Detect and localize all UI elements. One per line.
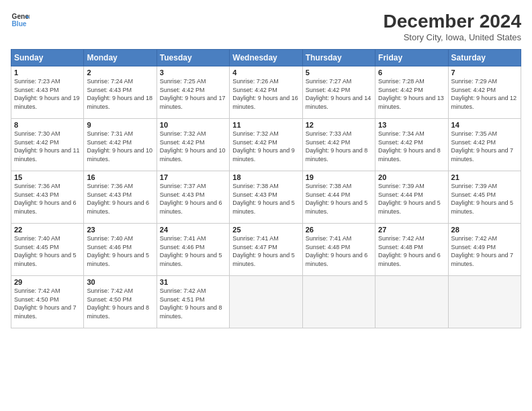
- day-number: 18: [232, 173, 299, 181]
- day-info: Sunrise: 7:32 AMSunset: 4:42 PMDaylight:…: [232, 130, 299, 163]
- day-info: Sunrise: 7:38 AMSunset: 4:43 PMDaylight:…: [232, 182, 299, 216]
- day-number: 16: [87, 173, 153, 181]
- day-number: 9: [87, 121, 153, 129]
- day-info: Sunrise: 7:31 AMSunset: 4:42 PMDaylight:…: [87, 130, 153, 163]
- day-info: Sunrise: 7:40 AMSunset: 4:45 PMDaylight:…: [14, 234, 81, 268]
- table-row: 27Sunrise: 7:42 AMSunset: 4:48 PMDayligh…: [375, 224, 448, 276]
- day-number: 27: [378, 226, 445, 234]
- calendar-table: Sunday Monday Tuesday Wednesday Thursday…: [11, 49, 521, 328]
- table-row: [302, 276, 375, 328]
- day-number: 2: [87, 68, 153, 77]
- day-info: Sunrise: 7:36 AMSunset: 4:43 PMDaylight:…: [87, 182, 153, 216]
- table-row: 2Sunrise: 7:24 AMSunset: 4:43 PMDaylight…: [84, 66, 157, 119]
- day-number: 17: [160, 173, 226, 181]
- day-info: Sunrise: 7:41 AMSunset: 4:47 PMDaylight:…: [232, 234, 299, 268]
- table-row: 29Sunrise: 7:42 AMSunset: 4:50 PMDayligh…: [11, 276, 84, 328]
- table-row: 5Sunrise: 7:27 AMSunset: 4:42 PMDaylight…: [302, 66, 375, 119]
- day-info: Sunrise: 7:39 AMSunset: 4:44 PMDaylight:…: [378, 182, 445, 216]
- header: General Blue December 2024 Story City, I…: [11, 11, 521, 42]
- day-number: 4: [232, 68, 299, 77]
- day-info: Sunrise: 7:33 AMSunset: 4:42 PMDaylight:…: [306, 130, 372, 163]
- day-info: Sunrise: 7:28 AMSunset: 4:42 PMDaylight:…: [378, 77, 445, 111]
- day-info: Sunrise: 7:42 AMSunset: 4:50 PMDaylight:…: [14, 287, 81, 320]
- day-number: 22: [14, 226, 81, 234]
- day-info: Sunrise: 7:35 AMSunset: 4:42 PMDaylight:…: [451, 130, 518, 163]
- day-number: 15: [14, 173, 81, 181]
- svg-text:Blue: Blue: [12, 20, 27, 28]
- table-row: 13Sunrise: 7:34 AMSunset: 4:42 PMDayligh…: [375, 119, 448, 171]
- calendar-week-4: 22Sunrise: 7:40 AMSunset: 4:45 PMDayligh…: [11, 224, 521, 276]
- table-row: [375, 276, 448, 328]
- day-number: 26: [306, 226, 372, 234]
- month-title: December 2024: [384, 11, 521, 32]
- logo: General Blue: [11, 11, 30, 30]
- table-row: 11Sunrise: 7:32 AMSunset: 4:42 PMDayligh…: [230, 119, 302, 171]
- day-number: 14: [451, 121, 518, 129]
- day-number: 29: [14, 278, 81, 286]
- table-row: 18Sunrise: 7:38 AMSunset: 4:43 PMDayligh…: [230, 171, 302, 224]
- day-number: 19: [306, 173, 372, 181]
- day-info: Sunrise: 7:42 AMSunset: 4:51 PMDaylight:…: [160, 287, 226, 320]
- calendar-week-2: 8Sunrise: 7:30 AMSunset: 4:42 PMDaylight…: [11, 119, 521, 171]
- day-number: 21: [451, 173, 518, 181]
- table-row: 19Sunrise: 7:38 AMSunset: 4:44 PMDayligh…: [302, 171, 375, 224]
- table-row: 23Sunrise: 7:40 AMSunset: 4:46 PMDayligh…: [84, 224, 157, 276]
- day-info: Sunrise: 7:42 AMSunset: 4:48 PMDaylight:…: [378, 234, 445, 268]
- col-sunday: Sunday: [11, 50, 84, 66]
- day-info: Sunrise: 7:41 AMSunset: 4:46 PMDaylight:…: [160, 234, 226, 268]
- table-row: 7Sunrise: 7:29 AMSunset: 4:42 PMDaylight…: [448, 66, 521, 119]
- day-info: Sunrise: 7:27 AMSunset: 4:42 PMDaylight:…: [306, 77, 372, 111]
- logo-icon: General Blue: [11, 11, 30, 30]
- day-number: 13: [378, 121, 445, 129]
- table-row: 4Sunrise: 7:26 AMSunset: 4:42 PMDaylight…: [230, 66, 302, 119]
- calendar-week-5: 29Sunrise: 7:42 AMSunset: 4:50 PMDayligh…: [11, 276, 521, 328]
- table-row: 6Sunrise: 7:28 AMSunset: 4:42 PMDaylight…: [375, 66, 448, 119]
- col-monday: Monday: [84, 50, 157, 66]
- page: General Blue December 2024 Story City, I…: [0, 0, 532, 411]
- day-info: Sunrise: 7:23 AMSunset: 4:43 PMDaylight:…: [14, 77, 81, 111]
- table-row: 15Sunrise: 7:36 AMSunset: 4:43 PMDayligh…: [11, 171, 84, 224]
- day-info: Sunrise: 7:40 AMSunset: 4:46 PMDaylight:…: [87, 234, 153, 268]
- calendar-week-3: 15Sunrise: 7:36 AMSunset: 4:43 PMDayligh…: [11, 171, 521, 224]
- calendar-body: 1Sunrise: 7:23 AMSunset: 4:43 PMDaylight…: [11, 66, 521, 328]
- calendar-header-row: Sunday Monday Tuesday Wednesday Thursday…: [11, 50, 521, 66]
- table-row: 8Sunrise: 7:30 AMSunset: 4:42 PMDaylight…: [11, 119, 84, 171]
- day-number: 10: [160, 121, 226, 129]
- location: Story City, Iowa, United States: [384, 32, 521, 42]
- day-number: 3: [160, 68, 226, 77]
- table-row: 16Sunrise: 7:36 AMSunset: 4:43 PMDayligh…: [84, 171, 157, 224]
- table-row: 25Sunrise: 7:41 AMSunset: 4:47 PMDayligh…: [230, 224, 302, 276]
- day-info: Sunrise: 7:30 AMSunset: 4:42 PMDaylight:…: [14, 130, 81, 163]
- day-info: Sunrise: 7:32 AMSunset: 4:42 PMDaylight:…: [160, 130, 226, 163]
- day-number: 30: [87, 278, 153, 286]
- table-row: [448, 276, 521, 328]
- day-info: Sunrise: 7:26 AMSunset: 4:42 PMDaylight:…: [232, 77, 299, 111]
- day-info: Sunrise: 7:29 AMSunset: 4:42 PMDaylight:…: [451, 77, 518, 111]
- day-info: Sunrise: 7:37 AMSunset: 4:43 PMDaylight:…: [160, 182, 226, 216]
- table-row: 21Sunrise: 7:39 AMSunset: 4:45 PMDayligh…: [448, 171, 521, 224]
- title-block: December 2024 Story City, Iowa, United S…: [384, 11, 521, 42]
- day-number: 8: [14, 121, 81, 129]
- table-row: 28Sunrise: 7:42 AMSunset: 4:49 PMDayligh…: [448, 224, 521, 276]
- table-row: 12Sunrise: 7:33 AMSunset: 4:42 PMDayligh…: [302, 119, 375, 171]
- day-number: 5: [306, 68, 372, 77]
- col-tuesday: Tuesday: [157, 50, 229, 66]
- col-saturday: Saturday: [448, 50, 521, 66]
- day-info: Sunrise: 7:39 AMSunset: 4:45 PMDaylight:…: [451, 182, 518, 216]
- calendar-week-1: 1Sunrise: 7:23 AMSunset: 4:43 PMDaylight…: [11, 66, 521, 119]
- day-number: 23: [87, 226, 153, 234]
- day-number: 20: [378, 173, 445, 181]
- day-number: 1: [14, 68, 81, 77]
- table-row: 30Sunrise: 7:42 AMSunset: 4:50 PMDayligh…: [84, 276, 157, 328]
- day-number: 28: [451, 226, 518, 234]
- table-row: 31Sunrise: 7:42 AMSunset: 4:51 PMDayligh…: [157, 276, 229, 328]
- day-number: 12: [306, 121, 372, 129]
- table-row: 26Sunrise: 7:41 AMSunset: 4:48 PMDayligh…: [302, 224, 375, 276]
- col-friday: Friday: [375, 50, 448, 66]
- day-number: 6: [378, 68, 445, 77]
- table-row: 10Sunrise: 7:32 AMSunset: 4:42 PMDayligh…: [157, 119, 229, 171]
- day-info: Sunrise: 7:38 AMSunset: 4:44 PMDaylight:…: [306, 182, 372, 216]
- table-row: 1Sunrise: 7:23 AMSunset: 4:43 PMDaylight…: [11, 66, 84, 119]
- day-number: 25: [232, 226, 299, 234]
- day-info: Sunrise: 7:24 AMSunset: 4:43 PMDaylight:…: [87, 77, 153, 111]
